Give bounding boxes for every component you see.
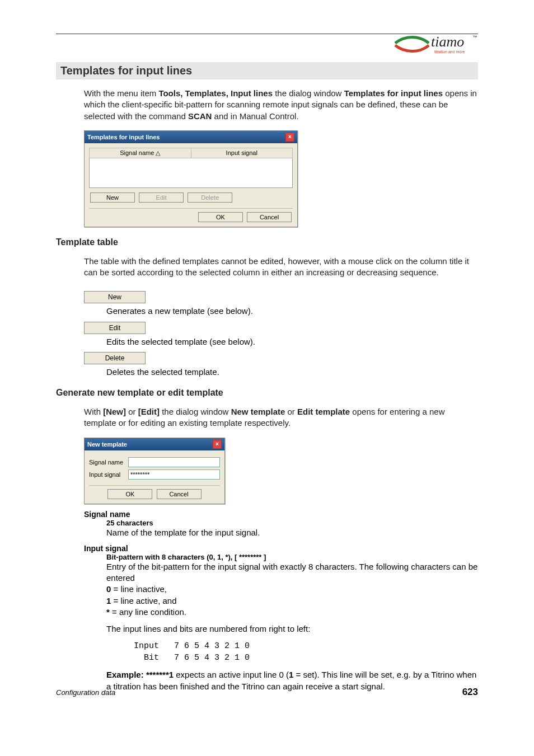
dialog-title: New template <box>87 441 127 448</box>
line-def-0: 0 = line inactive, <box>106 584 478 595</box>
cancel-button[interactable]: Cancel <box>247 212 292 222</box>
field-constraint-signal-name: 25 characters <box>106 519 478 527</box>
col-input-signal[interactable]: Input signal <box>191 148 293 158</box>
signal-name-input[interactable] <box>128 457 220 467</box>
subheading-generate: Generate new template or edit template <box>56 388 478 398</box>
field-term-input-signal: Input signal <box>84 544 478 553</box>
generate-para: With [New] or [Edit] the dialog window N… <box>84 406 478 429</box>
subheading-template-table: Template table <box>56 237 478 247</box>
edit-button-illustration: Edit <box>84 322 146 334</box>
edit-desc: Edits the selected template (see below). <box>106 336 478 348</box>
intro-paragraph: With the menu item Tools, Templates, Inp… <box>84 88 478 122</box>
dialog-title: Templates for input lines <box>87 134 160 140</box>
footer-section: Configuration data <box>56 688 115 697</box>
field-term-signal-name: Signal name <box>84 510 478 519</box>
svg-text:tiamo: tiamo <box>431 34 464 50</box>
close-icon[interactable]: × <box>213 440 222 449</box>
page-number: 623 <box>462 687 478 698</box>
input-signal-input[interactable] <box>128 469 220 480</box>
brand-logo: tiamo ™ titration and more <box>394 31 478 58</box>
new-button-illustration: New <box>84 291 146 303</box>
template-table-para: The table with the defined templates can… <box>84 256 478 279</box>
cancel-button[interactable]: Cancel <box>157 489 202 499</box>
ok-button[interactable]: OK <box>198 212 243 222</box>
delete-desc: Deletes the selected template. <box>106 367 478 378</box>
bit-numbering-block: Input 7 6 5 4 3 2 1 0 Bit 7 6 5 4 3 2 1 … <box>129 640 478 664</box>
field-desc-signal-name: Name of the template for the input signa… <box>106 527 478 538</box>
svg-text:™: ™ <box>472 35 477 40</box>
new-desc: Generates a new template (see below). <box>106 306 478 317</box>
templates-dialog: Templates for input lines × Signal name … <box>84 130 298 227</box>
ok-button[interactable]: OK <box>107 489 152 499</box>
delete-button[interactable]: Delete <box>188 192 232 203</box>
label-signal-name: Signal name <box>89 459 128 466</box>
edit-button[interactable]: Edit <box>139 192 184 203</box>
new-button[interactable]: New <box>90 192 135 203</box>
table-empty-area <box>90 158 293 187</box>
templates-table: Signal name △ Input signal <box>89 148 293 188</box>
close-icon[interactable]: × <box>285 133 294 142</box>
field-desc-input-signal: Entry of the bit-pattern for the input s… <box>106 561 478 584</box>
line-def-1: 1 = line active, and <box>106 595 478 607</box>
section-title: Templates for input lines <box>56 62 478 79</box>
label-input-signal: Input signal <box>89 471 128 478</box>
numbering-note: The input lines and bits are numbered fr… <box>106 623 478 635</box>
delete-button-illustration: Delete <box>84 352 146 364</box>
line-def-star: * = any line condition. <box>106 607 478 618</box>
field-constraint-input-signal: Bit-pattern with 8 characters (0, 1, *),… <box>106 553 478 561</box>
col-signal-name[interactable]: Signal name △ <box>90 148 191 158</box>
new-template-dialog: New template × Signal name Input signal … <box>84 438 225 504</box>
svg-text:titration and more: titration and more <box>434 50 465 54</box>
